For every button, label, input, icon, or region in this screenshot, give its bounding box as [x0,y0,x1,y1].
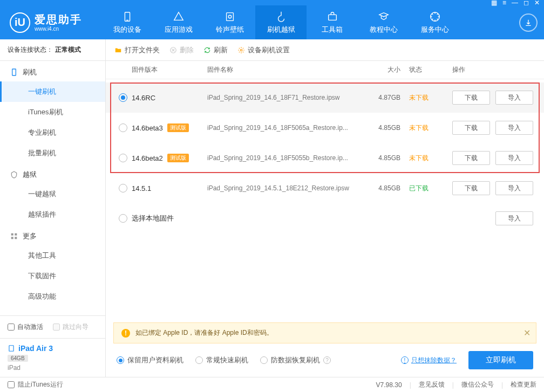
row-status: 未下载 [400,154,444,163]
sidebar-item-oneclick-jb[interactable]: 一键越狱 [0,184,105,204]
toolbar: 打开文件夹 删除 刷新 设备刷机设置 [106,39,544,61]
col-version: 固件版本 [132,65,207,74]
wipe-data-link[interactable]: !只想抹除数据？ [401,356,457,365]
row-size: 4.85GB [363,154,400,162]
table-row[interactable]: 14.5.1iPad_Spring_2019_14.5.1_18E212_Res… [106,173,544,203]
sidebar-options: 自动激活 跳过向导 [0,315,105,338]
sidebar-group-jailbreak[interactable]: 越狱 [0,163,105,184]
sidebar-group-more[interactable]: 更多 [0,225,105,245]
import-button[interactable]: 导入 [495,181,533,195]
apple-id-notice: ! 如已绑定 Apple ID，请准备好 Apple ID和密码。 ✕ [113,322,536,343]
refresh-button[interactable]: 刷新 [203,45,228,55]
import-button[interactable]: 导入 [495,151,533,165]
svg-rect-6 [12,69,16,75]
notice-close-icon[interactable]: ✕ [523,328,531,338]
maximize-icon[interactable]: ◻ [523,0,529,6]
table-row[interactable]: 14.6beta2 测试版iPad_Spring_2019_14.6_18F50… [106,143,544,173]
row-radio[interactable] [114,154,132,162]
close-icon[interactable]: ✕ [534,0,540,6]
beta-badge: 测试版 [167,154,189,162]
row-version: 14.6RC [132,94,207,102]
logo-icon: iU [10,12,30,33]
delete-button: 删除 [169,45,194,55]
svg-point-3 [228,15,232,18]
nav-my-device[interactable]: 我的设备 [101,5,153,39]
block-itunes-checkbox[interactable]: 阻止iTunes运行 [8,380,63,389]
auto-activate-checkbox[interactable]: 自动激活 [8,322,43,332]
nav-flash[interactable]: 刷机越狱 [255,5,307,39]
warning-icon: ! [121,329,130,338]
nav-service[interactable]: 服务中心 [409,5,460,39]
row-version: 14.6beta3 测试版 [132,123,207,132]
import-button[interactable]: 导入 [495,211,533,225]
wechat-link[interactable]: 微信公众号 [461,380,494,389]
opt-fast-flash[interactable]: 常规快速刷机 [195,355,248,365]
row-filename: iPad_Spring_2019_14.6_18F5055b_Restore.i… [207,154,363,162]
col-status: 状态 [400,65,444,74]
table-header: 固件版本 固件名称 大小 状态 操作 [106,61,544,79]
feedback-link[interactable]: 意见反馈 [419,380,445,389]
open-folder-button[interactable]: 打开文件夹 [114,45,160,55]
header: iU 爱思助手 www.i4.cn 我的设备 应用游戏 铃声壁纸 刷机越狱 工具… [0,5,544,39]
download-button[interactable]: 下载 [452,121,490,135]
import-button[interactable]: 导入 [495,91,533,105]
opt-keep-data[interactable]: 保留用户资料刷机 [117,355,183,365]
version-label: V7.98.30 [376,381,402,389]
row-status: 未下载 [400,123,444,133]
device-name[interactable]: iPad Air 3 [8,344,98,353]
nav-toolbox[interactable]: 工具箱 [307,5,358,39]
sidebar-item-pro-flash[interactable]: 专业刷机 [0,122,105,143]
local-firmware-row[interactable]: 选择本地固件导入 [106,203,544,233]
sidebar-group-flash[interactable]: 刷机 [0,61,105,81]
col-size: 大小 [363,65,400,74]
svg-rect-11 [9,346,13,352]
check-update-link[interactable]: 检查更新 [511,380,536,389]
flash-now-button[interactable]: 立即刷机 [468,351,533,369]
row-size: 4.85GB [363,124,400,132]
col-ops: 操作 [444,65,535,74]
table-row[interactable]: 14.6RCiPad_Spring_2019_14.6_18F71_Restor… [106,82,544,113]
flash-settings-button[interactable]: 设备刷机设置 [237,45,290,55]
svg-rect-8 [15,233,17,236]
downloads-icon[interactable] [519,13,538,32]
sidebar-item-batch-flash[interactable]: 批量刷机 [0,143,105,163]
sidebar-item-other-tools[interactable]: 其他工具 [0,245,105,266]
connection-status: 设备连接状态：正常模式 [0,39,105,61]
sidebar-item-download-fw[interactable]: 下载固件 [0,266,105,286]
opt-anti-recovery[interactable]: 防数据恢复刷机? [260,355,331,365]
nav-apps[interactable]: 应用游戏 [153,5,204,39]
download-button[interactable]: 下载 [452,181,490,195]
row-radio[interactable] [114,123,132,132]
nav-tutorials[interactable]: 教程中心 [358,5,409,39]
row-radio[interactable] [114,214,132,223]
table-row[interactable]: 14.6beta3 测试版iPad_Spring_2019_14.6_18F50… [106,113,544,143]
firmware-rows: 14.6RCiPad_Spring_2019_14.6_18F71_Restor… [106,79,544,322]
nav-ringtones[interactable]: 铃声壁纸 [204,5,255,39]
sidebar-item-itunes-flash[interactable]: iTunes刷机 [0,102,105,122]
row-ops: 导入 [444,211,535,225]
logo: iU 爱思助手 www.i4.cn [10,12,101,33]
row-size: 4.85GB [363,184,400,192]
download-button[interactable]: 下载 [452,151,490,165]
svg-rect-9 [11,237,13,239]
svg-rect-2 [226,12,233,20]
sidebar-item-oneclick-flash[interactable]: 一键刷机 [0,81,105,102]
skip-setup-checkbox[interactable]: 跳过向导 [53,322,89,332]
help-icon[interactable]: ? [323,356,331,364]
svg-point-13 [240,49,242,51]
sidebar-item-jb-plugins[interactable]: 越狱插件 [0,204,105,225]
row-ops: 下载导入 [444,181,535,195]
col-name: 固件名称 [207,65,363,74]
sidebar-item-advanced[interactable]: 高级功能 [0,286,105,307]
row-status: 已下载 [400,184,444,193]
row-filename: iPad_Spring_2019_14.5.1_18E212_Restore.i… [207,184,363,192]
row-radio[interactable] [114,93,132,102]
download-button[interactable]: 下载 [452,91,490,105]
row-radio[interactable] [114,184,132,192]
import-button[interactable]: 导入 [495,121,533,135]
window-controls: ▦ ≡ — ◻ ✕ [0,0,544,5]
row-ops: 下载导入 [444,121,535,135]
row-status: 未下载 [400,93,444,102]
svg-rect-4 [328,15,336,20]
row-ops: 下载导入 [444,91,535,105]
